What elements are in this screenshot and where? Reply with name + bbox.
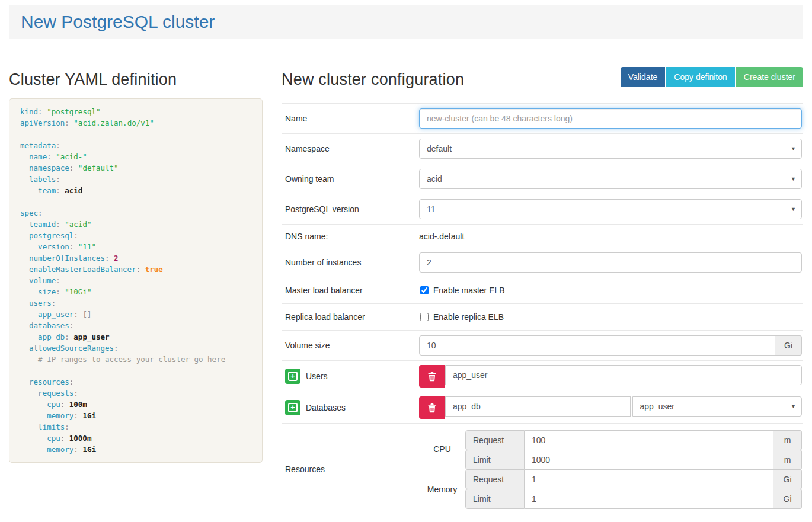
plus-icon: +	[288, 403, 298, 412]
memory-request-unit: Gi	[773, 469, 802, 489]
owning-team-select[interactable]: acid	[419, 169, 802, 189]
trash-icon	[427, 372, 437, 382]
create-cluster-button[interactable]: Create cluster	[736, 67, 803, 87]
cpu-request-input[interactable]	[525, 430, 773, 450]
instances-row: Number of instances	[282, 248, 803, 277]
yaml-section-title: Cluster YAML definition	[9, 71, 263, 89]
page: New PostgreSQL cluster Cluster YAML defi…	[0, 0, 812, 515]
replica-lb-label: Replica load balancer	[285, 312, 419, 322]
resources-row: Resources CPU Memory Request m Limit	[282, 424, 803, 515]
namespace-label: Namespace	[285, 144, 419, 153]
trash-icon	[427, 403, 437, 413]
memory-limit-addon: Limit	[465, 489, 525, 509]
name-row: Name	[282, 104, 803, 134]
database-owner-select[interactable]: app_user	[632, 396, 803, 417]
page-header: New PostgreSQL cluster	[9, 5, 803, 39]
master-elb-checkbox-label: Enable master ELB	[433, 286, 505, 295]
config-column: New cluster configuration Validate Copy …	[282, 65, 803, 515]
header-divider	[9, 55, 803, 55]
yaml-column: Cluster YAML definition kind: "postgresq…	[9, 65, 263, 463]
content: Cluster YAML definition kind: "postgresq…	[9, 65, 803, 515]
config-section-title: New cluster configuration	[282, 71, 464, 89]
volume-label: Volume size	[285, 341, 419, 350]
pg-version-row: PostgreSQL version 11 ▼	[282, 194, 803, 225]
cpu-request-unit: m	[773, 430, 802, 450]
databases-row: + Databases	[282, 392, 803, 424]
database-name-input[interactable]	[445, 396, 631, 417]
volume-unit-addon: Gi	[775, 335, 802, 356]
volume-size-input[interactable]	[419, 335, 775, 356]
copy-definition-button[interactable]: Copy definiton	[666, 67, 735, 87]
config-actions: Validate Copy definiton Create cluster	[621, 67, 803, 87]
memory-limit-input[interactable]	[525, 489, 773, 509]
page-title: New PostgreSQL cluster	[21, 12, 791, 32]
memory-request-addon: Request	[465, 469, 525, 489]
cpu-limit-unit: m	[773, 450, 802, 470]
delete-database-button[interactable]	[419, 396, 445, 419]
owning-team-label: Owning team	[285, 174, 419, 184]
pg-version-select[interactable]: 11	[419, 199, 802, 219]
replica-elb-checkbox[interactable]	[420, 313, 429, 321]
owning-team-row: Owning team acid ▼	[282, 164, 803, 194]
name-input[interactable]	[419, 108, 802, 129]
cpu-limit-addon: Limit	[465, 450, 525, 470]
cpu-request-group: Request m	[465, 430, 802, 450]
add-user-button[interactable]: +	[285, 369, 300, 384]
cpu-limit-group: Limit m	[465, 450, 802, 470]
memory-request-input[interactable]	[525, 469, 773, 489]
memory-limit-unit: Gi	[773, 489, 802, 509]
yaml-definition: kind: "postgresql"apiVersion: "acid.zala…	[9, 98, 263, 463]
validate-button[interactable]: Validate	[621, 67, 666, 87]
master-lb-label: Master load balancer	[285, 286, 419, 295]
delete-user-button[interactable]	[419, 365, 445, 388]
namespace-select[interactable]: default	[419, 139, 802, 159]
master-lb-row: Master load balancer Enable master ELB	[282, 277, 803, 304]
user-name-input[interactable]	[445, 365, 802, 385]
cpu-label: CPU	[419, 429, 465, 469]
dns-value: acid-.default	[419, 232, 464, 241]
memory-request-group: Request Gi	[465, 469, 802, 489]
replica-elb-checkbox-label: Enable replica ELB	[433, 312, 504, 322]
memory-limit-group: Limit Gi	[465, 489, 802, 509]
pg-version-label: PostgreSQL version	[285, 204, 419, 214]
cpu-limit-input[interactable]	[525, 450, 773, 470]
add-database-button[interactable]: +	[285, 400, 300, 415]
dns-label: DNS name:	[285, 232, 419, 241]
users-label: Users	[306, 372, 328, 381]
plus-icon: +	[288, 372, 298, 381]
users-row: + Users	[282, 361, 803, 392]
name-label: Name	[285, 114, 419, 123]
cpu-request-addon: Request	[465, 430, 525, 450]
config-header: New cluster configuration Validate Copy …	[282, 65, 803, 98]
instances-label: Number of instances	[285, 258, 419, 267]
instances-input[interactable]	[419, 252, 802, 273]
namespace-row: Namespace default ▼	[282, 134, 803, 164]
volume-row: Volume size Gi	[282, 331, 803, 361]
dns-row: DNS name: acid-.default	[282, 225, 803, 248]
databases-label: Databases	[306, 403, 346, 412]
master-elb-checkbox[interactable]	[420, 286, 429, 294]
resources-label: Resources	[285, 465, 419, 474]
config-form: Name Namespace default ▼	[282, 103, 803, 515]
replica-lb-row: Replica load balancer Enable replica ELB	[282, 304, 803, 331]
memory-label: Memory	[419, 469, 465, 510]
